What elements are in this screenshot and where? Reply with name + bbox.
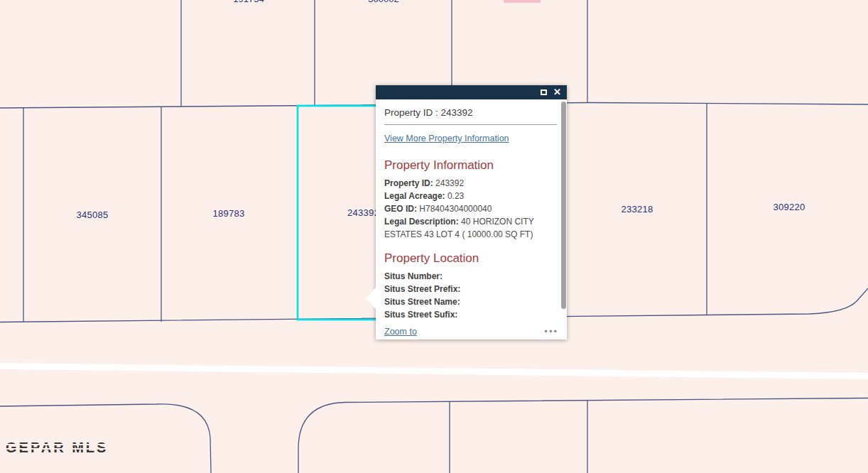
field-situs-street-prefix: Situs Street Prefix:: [384, 283, 557, 295]
zoom-to-link[interactable]: Zoom to: [384, 327, 417, 337]
parcel-label: 345085: [76, 210, 108, 220]
field-legal-description: Legal Description: 40 HORIZON CITY ESTAT…: [384, 215, 557, 241]
field-value: 0.23: [447, 191, 464, 201]
title-separator: [384, 124, 557, 125]
parcel-label-clipped: 191754: [233, 0, 264, 4]
parcel-label-clipped-pink: [504, 0, 541, 3]
field-label: Situs Number:: [384, 271, 443, 281]
popup-content: Property ID : 243392 View More Property …: [376, 99, 567, 323]
view-more-property-information-link[interactable]: View More Property Information: [384, 134, 509, 143]
gepar-mls-watermark: GEPAR MLS: [6, 440, 108, 456]
popup-scrollbar-thumb[interactable]: [561, 102, 566, 309]
road-band: [0, 363, 868, 379]
field-label: Property ID:: [384, 178, 433, 188]
selected-parcel-label: 243392: [347, 207, 379, 218]
parcel-label-clipped: 300002: [368, 0, 398, 4]
property-information-heading: Property Information: [384, 158, 557, 173]
field-label: Situs Street Prefix:: [384, 284, 460, 294]
field-label: Situs Street Name:: [384, 297, 460, 307]
popup-callout-arrow: [366, 287, 376, 310]
gis-map-viewer: 345085 189783 243392 233218 309220 19175…: [0, 0, 868, 473]
field-value: H78404304000040: [419, 204, 492, 214]
property-location-heading: Property Location: [384, 251, 557, 266]
popup-title: Property ID : 243392: [384, 107, 557, 118]
field-label: Situs Street Sufix:: [384, 310, 457, 320]
popup-header: ✕: [376, 85, 567, 99]
field-situs-street-sufix: Situs Street Sufix:: [384, 308, 557, 321]
more-options-icon[interactable]: •••: [544, 328, 558, 335]
field-label: Legal Acreage:: [384, 191, 445, 201]
parcel-label: 233218: [621, 204, 653, 214]
field-legal-acreage: Legal Acreage: 0.23: [384, 190, 557, 202]
field-situs-street-name: Situs Street Name:: [384, 295, 557, 308]
field-label: Legal Description:: [384, 217, 459, 227]
field-situs-number: Situs Number:: [384, 270, 557, 283]
field-label: GEO ID:: [384, 204, 417, 214]
field-value: 243392: [435, 178, 464, 188]
parcel-label: 309220: [773, 202, 805, 212]
field-property-id: Property ID: 243392: [384, 177, 557, 190]
close-icon[interactable]: ✕: [553, 88, 561, 97]
parcel-label: 189783: [212, 208, 244, 219]
maximize-icon[interactable]: [541, 89, 547, 95]
popup-scrollbar[interactable]: [560, 101, 566, 322]
popup-footer: Zoom to •••: [376, 323, 567, 339]
watermark-stripe: [4, 444, 111, 445]
field-geo-id: GEO ID: H78404304000040: [384, 202, 557, 215]
property-popup: ✕ Property ID : 243392 View More Propert…: [376, 85, 567, 339]
watermark-stripe: [4, 448, 111, 450]
